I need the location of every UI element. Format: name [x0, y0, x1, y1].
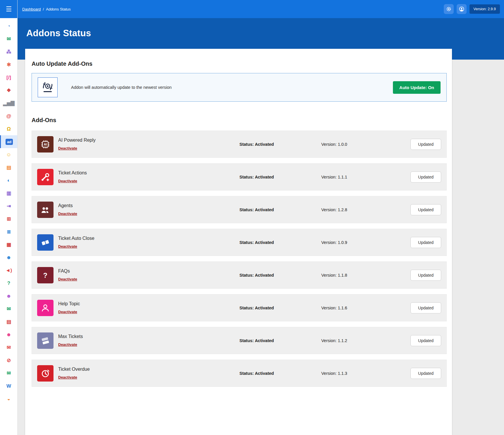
- svg-text:?: ?: [43, 271, 47, 279]
- addon-version: Version: 1.1.6: [321, 306, 410, 310]
- hamburger-menu-button[interactable]: ☰: [0, 0, 18, 18]
- word-export-icon: W: [6, 384, 11, 389]
- sidebar-item-security[interactable]: Ω: [0, 122, 18, 135]
- sidebar-item-reports[interactable]: ▂▅▇: [0, 97, 18, 110]
- addons-heading: Add-Ons: [32, 117, 447, 124]
- clock-icon: [37, 365, 53, 382]
- addon-name: Help Topic: [58, 301, 239, 306]
- sidebar-item-more[interactable]: ◒: [0, 392, 18, 405]
- pages-icon: ▦: [6, 242, 11, 247]
- deactivate-link[interactable]: Deactivate: [58, 244, 77, 249]
- version-badge: Version: 2.9.9: [470, 4, 500, 14]
- sidebar-item-users[interactable]: ⁂: [0, 45, 18, 58]
- sidebar-item-dashboard[interactable]: ◔: [0, 20, 18, 32]
- sidebar-item-inbox[interactable]: ✉: [0, 367, 18, 379]
- id-card-icon: ▤: [6, 165, 11, 170]
- lists-icon: ≣: [7, 229, 11, 234]
- sidebar-item-messages[interactable]: ✉: [0, 341, 18, 354]
- emoji-icon: ☺: [6, 152, 11, 157]
- exit-icon: ⇥: [7, 204, 11, 209]
- gear-icon: [446, 6, 452, 12]
- updated-button[interactable]: Updated: [410, 204, 441, 215]
- code-snippets-icon: [/]: [6, 75, 11, 80]
- support-button[interactable]: [457, 4, 467, 14]
- people-icon: [37, 202, 53, 218]
- deactivate-link[interactable]: Deactivate: [58, 146, 77, 150]
- sidebar-item-announcements[interactable]: ◄): [0, 264, 18, 277]
- support-person-icon: [459, 6, 465, 12]
- addon-version: Version: 1.1.1: [321, 175, 410, 179]
- addon-name: AI Powered Reply: [58, 138, 239, 143]
- sidebar-item-emoji[interactable]: ☺: [0, 148, 18, 161]
- question-icon: ?: [37, 267, 53, 283]
- settings-button[interactable]: [444, 4, 454, 14]
- topbar: Dashboard / Addons Status Version: 2.9.9: [18, 0, 504, 18]
- sidebar-item-mail[interactable]: ✉: [0, 302, 18, 315]
- updated-button[interactable]: Updated: [410, 302, 441, 313]
- addon-name: Ticket Auto Close: [58, 236, 239, 241]
- sidebar-item-analytics[interactable]: ▥: [0, 187, 18, 200]
- addon-row: AIAI Powered ReplyDeactivateStatus: Acti…: [32, 131, 447, 158]
- updated-button[interactable]: Updated: [410, 368, 441, 379]
- analytics-icon: ▥: [6, 191, 11, 196]
- addon-version: Version: 1.1.3: [321, 371, 410, 376]
- tickets-icon: [37, 332, 53, 349]
- page-title: Addons Status: [18, 18, 504, 39]
- announcements-icon: ◄): [6, 268, 12, 273]
- sidebar-item-archive[interactable]: ⊞: [0, 212, 18, 225]
- addon-status: Status: Activated: [239, 273, 321, 278]
- addon-name: Ticket Actions: [58, 170, 239, 176]
- deactivate-link[interactable]: Deactivate: [58, 375, 77, 379]
- addon-row: Ticket Auto CloseDeactivateStatus: Activ…: [32, 229, 447, 256]
- sidebar-item-plugins[interactable]: ❖: [0, 84, 18, 97]
- deactivate-link[interactable]: Deactivate: [58, 212, 77, 216]
- sidebar-item-faq[interactable]: ?: [0, 277, 18, 290]
- sidebar-item-id-card[interactable]: ▤: [0, 161, 18, 174]
- sidebar-item-addons[interactable]: ad: [0, 135, 18, 148]
- deactivate-link[interactable]: Deactivate: [58, 277, 77, 281]
- ticket-icon: [37, 234, 53, 251]
- breadcrumb-dashboard-link[interactable]: Dashboard: [22, 7, 41, 11]
- topbar-actions: Version: 2.9.9: [444, 4, 500, 14]
- addon-status: Status: Activated: [239, 306, 321, 310]
- updated-button[interactable]: Updated: [410, 270, 441, 281]
- breadcrumb-separator: /: [43, 7, 44, 11]
- sidebar-item-code-snippets[interactable]: [/]: [0, 71, 18, 84]
- addon-row: AgentsDeactivateStatus: ActivatedVersion…: [32, 196, 447, 223]
- users-icon: ⁂: [6, 49, 11, 54]
- sidebar-item-toggle[interactable]: ◐: [0, 174, 18, 187]
- person-icon: [37, 300, 53, 316]
- sidebar-item-profile[interactable]: ☻: [0, 251, 18, 264]
- sidebar-item-invoices[interactable]: ▤: [0, 315, 18, 328]
- auto-update-toggle-button[interactable]: Auto Update: On: [393, 81, 441, 94]
- sidebar-item-exit[interactable]: ⇥: [0, 200, 18, 212]
- updated-button[interactable]: Updated: [410, 139, 441, 150]
- updated-button[interactable]: Updated: [410, 237, 441, 248]
- addon-version: Version: 1.0.9: [321, 240, 410, 245]
- sidebar-item-word-export[interactable]: W: [0, 379, 18, 392]
- updated-button[interactable]: Updated: [410, 171, 441, 183]
- sidebar-item-customers[interactable]: ☻: [0, 328, 18, 341]
- messages-icon: ✉: [7, 345, 11, 350]
- sidebar-item-settings[interactable]: ✻: [0, 58, 18, 71]
- addon-row: Ticket ActionsDeactivateStatus: Activate…: [32, 163, 447, 190]
- inbox-icon: ✉: [7, 371, 11, 376]
- updated-button[interactable]: Updated: [410, 335, 441, 346]
- archive-icon: ⊞: [7, 216, 11, 221]
- addon-row: Help TopicDeactivateStatus: ActivatedVer…: [32, 294, 447, 321]
- addon-name: Max Tickets: [58, 334, 239, 339]
- hamburger-icon: ☰: [6, 5, 12, 13]
- sidebar-item-banned[interactable]: ⊘: [0, 354, 18, 367]
- deactivate-link[interactable]: Deactivate: [58, 342, 77, 347]
- auto-update-sync-icon: [38, 77, 58, 97]
- deactivate-link[interactable]: Deactivate: [58, 310, 77, 314]
- more-icon: ◒: [7, 396, 10, 401]
- sidebar-item-agents[interactable]: ☻: [0, 290, 18, 302]
- deactivate-link[interactable]: Deactivate: [58, 179, 77, 183]
- sidebar-item-email-templates[interactable]: @: [0, 110, 18, 122]
- sidebar-item-lists[interactable]: ≣: [0, 225, 18, 238]
- ai-chip-icon: AI: [37, 136, 53, 152]
- reports-icon: ▂▅▇: [3, 101, 14, 106]
- sidebar-item-tickets[interactable]: ✉: [0, 32, 18, 45]
- sidebar-item-pages[interactable]: ▦: [0, 238, 18, 251]
